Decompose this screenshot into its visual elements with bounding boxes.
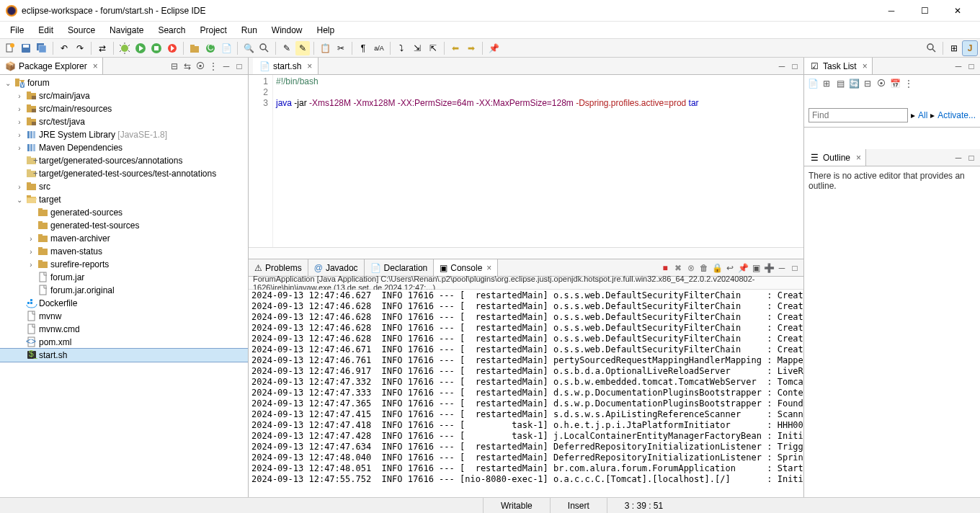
tree-node[interactable]: forum.jar.original xyxy=(0,284,248,297)
categorize-icon[interactable]: ⊞ xyxy=(821,78,832,89)
tree-node[interactable]: ›maven-status xyxy=(0,245,248,258)
tree-node[interactable]: +target/generated-test-sources/test-anno… xyxy=(0,167,248,180)
tree-project-root[interactable]: ⌄Mforum xyxy=(0,76,248,89)
tree-node[interactable]: mvnw xyxy=(0,310,248,323)
menu-navigate[interactable]: Navigate xyxy=(102,24,151,37)
tree-node[interactable]: Dockerfile xyxy=(0,297,248,310)
ext-tools-icon[interactable] xyxy=(165,41,179,55)
paste-icon[interactable]: 📋 xyxy=(318,41,332,55)
new-package-icon[interactable] xyxy=(187,41,202,55)
outline-tab[interactable]: ☰ Outline × xyxy=(804,149,866,166)
open-console-icon[interactable]: ➕ xyxy=(763,262,775,274)
skip2-icon[interactable]: ⇱ xyxy=(426,41,440,55)
run-icon[interactable] xyxy=(133,41,148,55)
collapse-all-icon[interactable]: ⊟ xyxy=(169,61,180,72)
task-list-tab[interactable]: ☑ Task List × xyxy=(804,58,873,74)
close-button[interactable]: ✕ xyxy=(941,0,974,22)
back-icon[interactable]: ⬅ xyxy=(448,41,463,55)
word-wrap-icon[interactable]: ↩ xyxy=(724,262,736,274)
tree-node[interactable]: +target/generated-sources/annotations xyxy=(0,154,248,167)
code-area[interactable]: #!/bin/bash java -jar -Xms128M -Xmx128M … xyxy=(273,75,803,247)
step-icon[interactable]: ⤵ xyxy=(394,41,409,55)
minimize-editor-icon[interactable]: ─ xyxy=(776,61,788,72)
new-icon[interactable] xyxy=(3,41,17,55)
sync-icon[interactable]: 🔄 xyxy=(848,78,860,89)
display-console-icon[interactable]: ▣ xyxy=(750,262,762,274)
chevron-right-icon[interactable]: ▸ xyxy=(911,110,915,120)
maximize-button[interactable]: ☐ xyxy=(908,0,941,22)
tree-node[interactable]: ⌄target xyxy=(0,193,248,206)
minimize-view-icon[interactable]: ─ xyxy=(953,152,964,164)
tree-node[interactable]: <>pom.xml xyxy=(0,336,248,349)
focus-task-icon[interactable]: ⦿ xyxy=(876,78,887,89)
chevron-right-icon[interactable]: ▸ xyxy=(930,110,935,120)
minimize-view-icon[interactable]: ─ xyxy=(953,61,964,72)
minimize-bottom-icon[interactable]: ─ xyxy=(776,262,788,274)
view-menu-icon[interactable]: ⋮ xyxy=(208,61,219,72)
menu-search[interactable]: Search xyxy=(151,24,192,37)
collapse-icon[interactable]: ⊟ xyxy=(862,78,873,89)
save-all-icon[interactable] xyxy=(35,41,49,55)
close-icon[interactable]: × xyxy=(486,263,491,273)
tree-node[interactable]: forum.jar xyxy=(0,271,248,284)
java-perspective-icon[interactable]: J xyxy=(963,41,977,55)
quick-access-icon[interactable] xyxy=(925,41,939,55)
menu-help[interactable]: Help xyxy=(310,24,342,37)
cut-icon[interactable]: ✂ xyxy=(334,41,348,55)
close-icon[interactable]: × xyxy=(307,61,312,71)
minimize-view-icon[interactable]: ─ xyxy=(220,61,232,72)
save-icon[interactable] xyxy=(19,41,33,55)
find-input[interactable] xyxy=(808,108,908,122)
schedule-icon[interactable]: 📅 xyxy=(889,78,901,89)
close-icon[interactable]: × xyxy=(93,61,98,71)
tree-node[interactable]: generated-sources xyxy=(0,206,248,219)
maximize-view-icon[interactable]: □ xyxy=(966,152,977,164)
open-type-icon[interactable]: 🔍 xyxy=(241,41,256,55)
ab-icon[interactable]: a/A xyxy=(372,41,386,55)
maximize-view-icon[interactable]: □ xyxy=(966,61,977,72)
terminate-icon[interactable]: ■ xyxy=(659,262,671,274)
tree-node[interactable]: $_start.sh xyxy=(0,349,248,362)
pin-icon[interactable]: 📌 xyxy=(486,41,501,55)
package-explorer-tab[interactable]: 📦 Package Explorer × xyxy=(0,58,103,74)
activate-link[interactable]: Activate... xyxy=(937,110,976,120)
tree-node[interactable]: ›src/main/resources xyxy=(0,102,248,115)
maximize-view-icon[interactable]: □ xyxy=(233,61,245,72)
maximize-bottom-icon[interactable]: □ xyxy=(789,262,801,274)
pilcrow-icon[interactable]: ¶ xyxy=(356,41,370,55)
maximize-editor-icon[interactable]: □ xyxy=(789,61,801,72)
menu-window[interactable]: Window xyxy=(264,24,310,37)
tree-node[interactable]: ›surefire-reports xyxy=(0,258,248,271)
link-editor-icon[interactable]: ⇆ xyxy=(182,61,193,72)
switch-icon[interactable]: ⇄ xyxy=(95,41,110,55)
close-icon[interactable]: × xyxy=(856,153,861,163)
menu-file[interactable]: File xyxy=(3,24,31,37)
new-file-icon[interactable]: 📄 xyxy=(219,41,233,55)
menu-run[interactable]: Run xyxy=(234,24,264,37)
pin-console-icon[interactable]: 📌 xyxy=(737,262,749,274)
undo-icon[interactable]: ↶ xyxy=(57,41,71,55)
menu-edit[interactable]: Edit xyxy=(31,24,61,37)
toggle-mark-icon[interactable]: ✎ xyxy=(280,41,294,55)
open-perspective-icon[interactable]: ⊞ xyxy=(947,41,961,55)
tree-node[interactable]: ›src/test/java xyxy=(0,115,248,128)
debug-icon[interactable] xyxy=(117,41,132,55)
editor-content[interactable]: 123 #!/bin/bash java -jar -Xms128M -Xmx1… xyxy=(249,75,803,247)
all-link[interactable]: All xyxy=(918,110,927,120)
remove-launch-icon[interactable]: ✖ xyxy=(672,262,684,274)
tree-node[interactable]: ›Maven Dependencies xyxy=(0,141,248,154)
package-explorer-tree[interactable]: ⌄Mforum›src/main/java›src/main/resources… xyxy=(0,75,248,497)
search-icon[interactable] xyxy=(257,41,272,55)
focus-icon[interactable]: ⦿ xyxy=(195,61,206,72)
new-task-icon[interactable]: 📄 xyxy=(807,78,819,89)
minimize-button[interactable]: ─ xyxy=(875,0,908,22)
tree-node[interactable]: ›src xyxy=(0,180,248,193)
scroll-lock-icon[interactable]: 🔒 xyxy=(711,262,723,274)
tree-node[interactable]: ›maven-archiver xyxy=(0,232,248,245)
clear-console-icon[interactable]: 🗑 xyxy=(698,262,710,274)
editor-tab-start-sh[interactable]: 📄 start.sh × xyxy=(253,58,318,74)
tasklist-menu-icon[interactable]: ⋮ xyxy=(903,78,914,89)
forward-icon[interactable]: ➡ xyxy=(464,41,478,55)
new-class-icon[interactable]: C xyxy=(203,41,218,55)
menu-project[interactable]: Project xyxy=(192,24,233,37)
